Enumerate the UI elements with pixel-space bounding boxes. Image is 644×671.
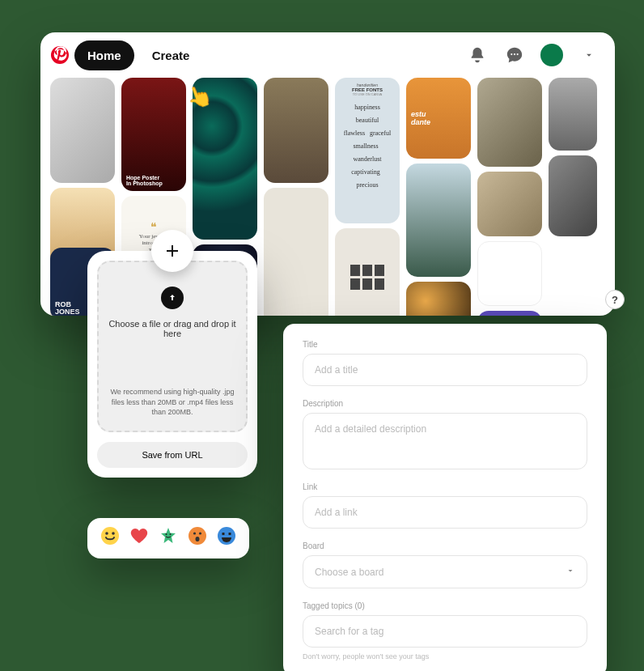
messages-icon[interactable] xyxy=(498,39,531,71)
reaction-heart-icon[interactable] xyxy=(129,526,149,550)
svg-point-2 xyxy=(514,53,515,55)
file-drop-zone[interactable]: Choose a file or drag and drop it here W… xyxy=(97,261,248,432)
board-label: Board xyxy=(303,541,587,550)
board-select-value: Choose a board xyxy=(315,567,383,578)
top-navbar: Home Create xyxy=(40,32,615,78)
description-input[interactable]: Add a detailed description xyxy=(303,413,587,469)
link-label: Link xyxy=(303,482,587,491)
chevron-down-icon xyxy=(566,566,575,578)
pin-details-form: Title Add a title Description Add a deta… xyxy=(283,324,607,671)
pin-card[interactable] xyxy=(477,172,542,236)
upload-panel: Choose a file or drag and drop it here W… xyxy=(87,251,257,478)
svg-rect-14 xyxy=(222,533,225,535)
svg-point-10 xyxy=(193,532,196,534)
pin-card[interactable] xyxy=(264,188,328,316)
upload-arrow-icon xyxy=(161,287,184,309)
board-select[interactable]: Choose a board xyxy=(303,555,587,588)
create-tab[interactable]: Create xyxy=(139,40,203,70)
link-input[interactable]: Add a link xyxy=(303,496,587,529)
description-label: Description xyxy=(303,399,587,408)
save-from-url-button[interactable]: Save from URL xyxy=(97,442,248,468)
help-button[interactable]: ? xyxy=(605,290,625,309)
reaction-laugh-icon[interactable] xyxy=(217,526,236,550)
pin-card[interactable] xyxy=(477,78,542,167)
drop-instruction: Choose a file or drag and drop it here xyxy=(107,319,238,338)
pin-card-estudante[interactable]: estudante xyxy=(406,78,471,159)
notifications-icon[interactable] xyxy=(461,39,494,71)
svg-point-3 xyxy=(517,53,519,55)
svg-point-12 xyxy=(196,537,200,541)
reaction-star-icon[interactable] xyxy=(159,526,178,550)
svg-point-5 xyxy=(105,532,108,535)
profile-avatar[interactable] xyxy=(536,39,568,71)
svg-point-8 xyxy=(170,533,172,535)
reaction-bar xyxy=(87,518,249,558)
svg-point-11 xyxy=(199,532,201,534)
svg-point-7 xyxy=(166,533,167,535)
pin-card[interactable] xyxy=(50,78,115,183)
tags-input[interactable]: Search for a tag xyxy=(303,615,587,648)
pin-card[interactable] xyxy=(264,78,328,183)
pin-card-hope-poster[interactable]: Hope PosterIn Photoshop xyxy=(121,78,186,191)
pin-card[interactable] xyxy=(406,164,471,277)
pin-card[interactable] xyxy=(549,155,597,236)
home-tab[interactable]: Home xyxy=(74,40,134,70)
drop-recommendation: We recommend using high-quality .jpg fil… xyxy=(107,387,238,418)
svg-point-6 xyxy=(112,532,115,535)
add-pin-button[interactable] xyxy=(151,230,193,272)
svg-point-1 xyxy=(511,53,512,55)
reaction-happy-icon[interactable] xyxy=(100,526,120,550)
pin-card[interactable] xyxy=(549,78,597,151)
svg-point-9 xyxy=(189,527,206,545)
tags-hint: Don't worry, people won't see your tags xyxy=(303,652,587,660)
tags-label: Tagged topics (0) xyxy=(303,601,587,610)
pin-card[interactable] xyxy=(335,228,400,316)
avatar xyxy=(540,44,563,66)
pin-card[interactable] xyxy=(477,241,542,306)
pin-card[interactable] xyxy=(477,311,542,316)
pin-card[interactable] xyxy=(193,78,257,240)
pin-card[interactable] xyxy=(406,282,471,316)
pin-card-fonts[interactable]: handwritten FREE FONTS TO USE ON CANVA h… xyxy=(335,78,400,223)
svg-rect-15 xyxy=(229,533,231,535)
pinterest-logo-icon[interactable] xyxy=(50,45,70,65)
title-input[interactable]: Add a title xyxy=(303,354,587,386)
account-menu-chevron-icon[interactable] xyxy=(573,39,605,71)
svg-point-4 xyxy=(101,527,119,545)
title-label: Title xyxy=(303,340,587,349)
reaction-wow-icon[interactable] xyxy=(188,526,207,550)
